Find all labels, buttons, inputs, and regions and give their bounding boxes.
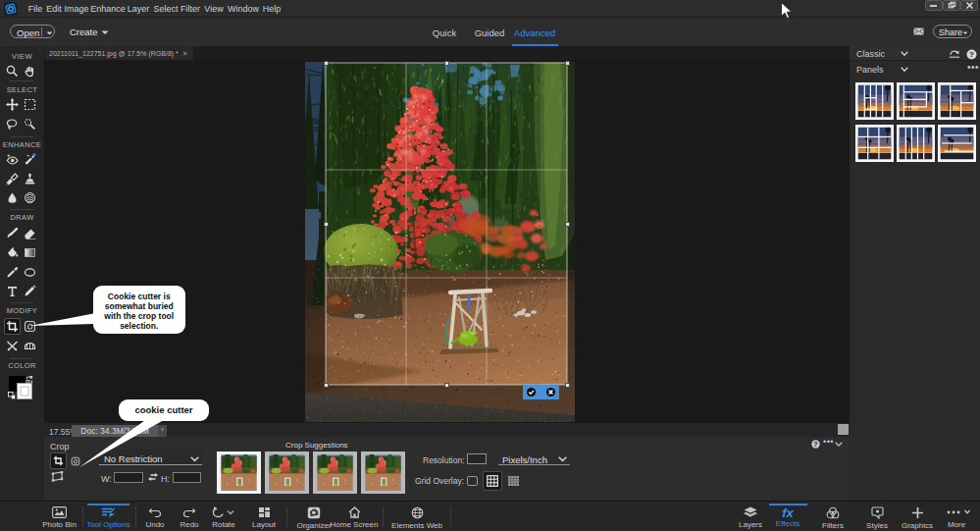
svg-text:?: ? — [969, 50, 974, 59]
svg-text:?: ? — [813, 441, 817, 448]
